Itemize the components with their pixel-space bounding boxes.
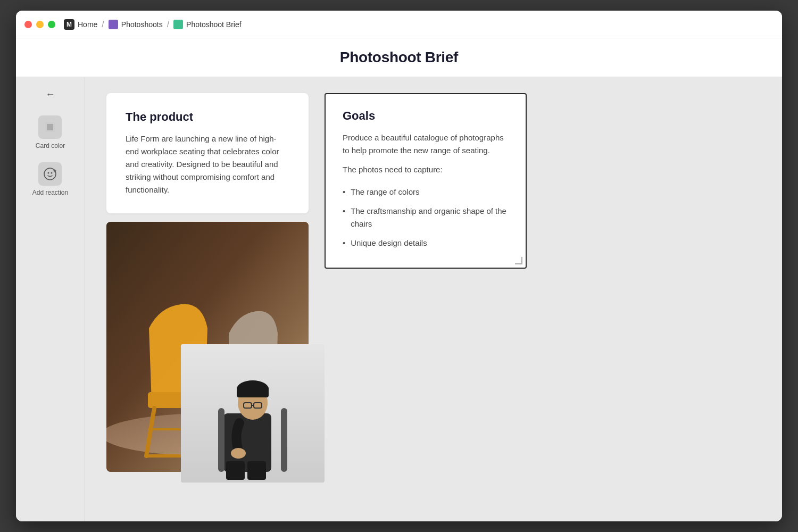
add-reaction-icon — [38, 162, 62, 186]
svg-point-4 — [51, 172, 53, 174]
main-area: ← Card color — [16, 77, 782, 521]
add-reaction-label: Add reaction — [32, 189, 68, 196]
breadcrumb-brief[interactable]: Photoshoot Brief — [173, 20, 242, 29]
breadcrumb-photoshoots-label[interactable]: Photoshoots — [121, 20, 163, 29]
breadcrumb-sep-1: / — [102, 20, 104, 29]
minimize-button[interactable] — [36, 21, 44, 28]
svg-rect-26 — [247, 461, 266, 480]
svg-point-24 — [231, 448, 246, 459]
svg-rect-27 — [218, 408, 225, 472]
image-card — [106, 222, 309, 472]
svg-rect-20 — [237, 387, 269, 397]
list-item-text: The craftsmanship and organic shape of t… — [351, 205, 509, 230]
page-title: Photoshoot Brief — [16, 49, 782, 66]
back-button[interactable]: ← — [40, 86, 61, 103]
add-reaction-button[interactable]: Add reaction — [28, 158, 72, 201]
list-item-text: Unique design details — [351, 237, 427, 250]
svg-rect-1 — [47, 124, 53, 130]
list-item: The range of colors — [343, 182, 509, 202]
brief-icon — [173, 20, 183, 29]
page-header: Photoshoot Brief — [16, 38, 782, 77]
breadcrumb-brief-label[interactable]: Photoshoot Brief — [186, 20, 242, 29]
product-card-text: Life Form are launching a new line of hi… — [126, 132, 289, 196]
breadcrumb-home[interactable]: M Home — [64, 19, 97, 30]
goals-card-title: Goals — [343, 109, 509, 123]
photoshoots-icon — [109, 20, 118, 29]
svg-point-2 — [44, 168, 56, 180]
product-card: The product Life Form are launching a ne… — [106, 93, 309, 213]
goals-sub-intro: The photos need to capture: — [343, 163, 509, 176]
product-card-title: The product — [126, 110, 289, 124]
svg-rect-28 — [281, 408, 287, 472]
goals-list: The range of colors The craftsmanship an… — [343, 182, 509, 253]
svg-point-3 — [48, 172, 49, 174]
maximize-button[interactable] — [48, 21, 55, 28]
list-item-text: The range of colors — [351, 186, 419, 198]
person-overlay-image — [181, 344, 325, 483]
breadcrumb: M Home / Photoshoots / Photoshoot Brief — [64, 19, 242, 30]
breadcrumb-photoshoots[interactable]: Photoshoots — [109, 20, 163, 29]
right-column: Goals Produce a beautiful catalogue of p… — [325, 93, 527, 269]
home-icon: M — [64, 19, 74, 30]
card-color-label: Card color — [36, 142, 65, 149]
list-item: Unique design details — [343, 234, 509, 253]
app-window: M Home / Photoshoots / Photoshoot Brief … — [16, 11, 782, 521]
card-color-button[interactable]: Card color — [31, 111, 69, 154]
sidebar: ← Card color — [16, 77, 85, 521]
svg-rect-25 — [226, 461, 245, 480]
content-area: The product Life Form are launching a ne… — [85, 77, 782, 521]
card-color-icon — [38, 115, 62, 139]
breadcrumb-home-label[interactable]: Home — [78, 20, 97, 29]
titlebar: M Home / Photoshoots / Photoshoot Brief — [16, 11, 782, 38]
goals-intro: Produce a beautiful catalogue of photogr… — [343, 131, 509, 157]
goals-card: Goals Produce a beautiful catalogue of p… — [325, 93, 527, 269]
close-button[interactable] — [24, 21, 32, 28]
breadcrumb-sep-2: / — [167, 20, 169, 29]
list-item: The craftsmanship and organic shape of t… — [343, 202, 509, 234]
traffic-lights — [24, 21, 55, 28]
left-column: The product Life Form are launching a ne… — [106, 93, 309, 472]
